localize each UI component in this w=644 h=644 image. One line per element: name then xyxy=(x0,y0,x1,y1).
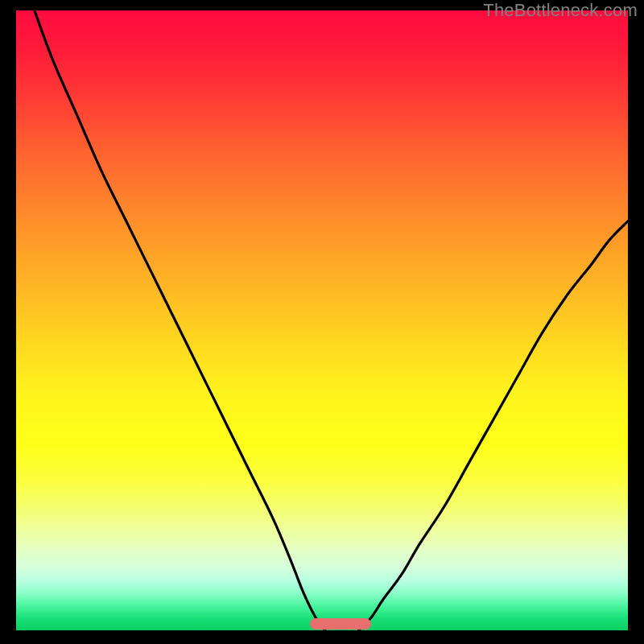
plot-area xyxy=(16,10,628,630)
chart-stage: TheBottleneck.com xyxy=(0,0,644,644)
right-curve xyxy=(359,221,628,630)
watermark-text: TheBottleneck.com xyxy=(483,0,638,21)
left-curve xyxy=(35,10,325,630)
curve-layer xyxy=(16,10,628,630)
bottleneck-marker xyxy=(310,618,371,630)
